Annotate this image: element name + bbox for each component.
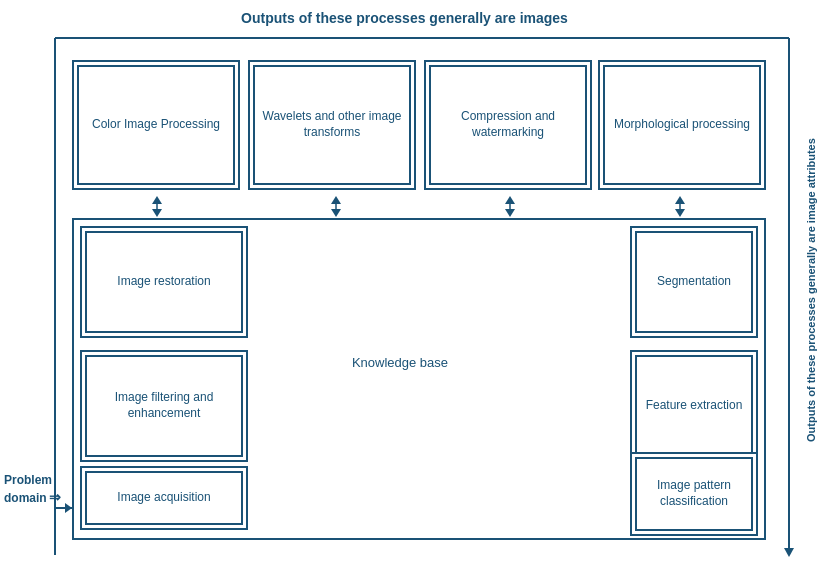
color-image-box: Color Image Processing [72,60,240,190]
svg-marker-2 [784,548,794,557]
feature-extraction-box: Feature extraction [630,350,758,462]
compression-box: Compression and watermarking [424,60,592,190]
image-acquisition-box: Image acquisition [80,466,248,530]
svg-marker-16 [675,209,685,217]
diagram-container: Outputs of these processes generally are… [0,0,819,580]
knowledge-base-label: Knowledge base [310,355,490,370]
image-filtering-box: Image filtering and enhancement [80,350,248,462]
svg-marker-10 [331,209,341,217]
wavelets-box: Wavelets and other image transforms [248,60,416,190]
svg-marker-13 [505,209,515,217]
svg-marker-17 [675,196,685,204]
image-restoration-box: Image restoration [80,226,248,338]
svg-marker-5 [65,503,72,513]
top-title: Outputs of these processes generally are… [30,10,779,26]
svg-marker-8 [152,196,162,204]
segmentation-box: Segmentation [630,226,758,338]
svg-marker-14 [505,196,515,204]
svg-marker-7 [152,209,162,217]
image-pattern-box: Image pattern classification [630,452,758,536]
morphological-box: Morphological processing [598,60,766,190]
problem-domain-label: Problem domain ⇒ [4,472,61,508]
svg-marker-11 [331,196,341,204]
right-label: Outputs of these processes generally are… [805,120,817,460]
